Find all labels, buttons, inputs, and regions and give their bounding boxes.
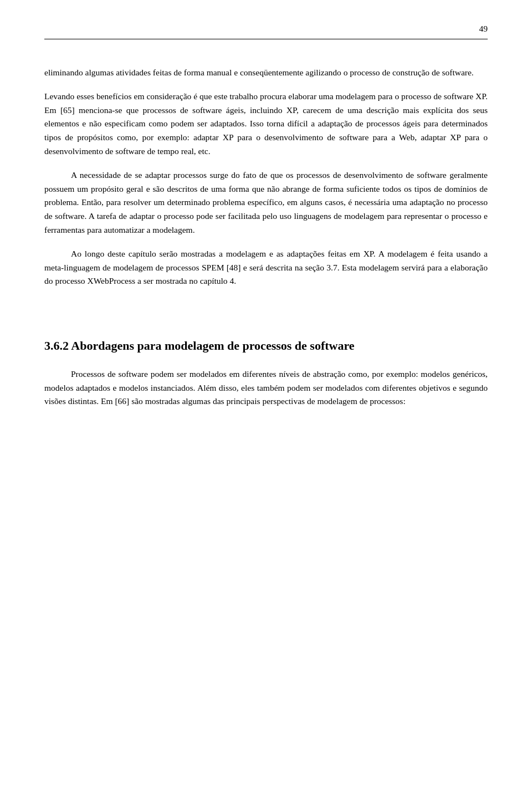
paragraph-2: Levando esses benefícios em consideração… (44, 90, 488, 159)
page: 49 eliminando algumas atividades feitas … (0, 0, 532, 802)
section-heading-362: 3.6.2 Abordagens para modelagem de proce… (44, 338, 488, 354)
paragraph-1: eliminando algumas atividades feitas de … (44, 66, 488, 80)
paragraph-3: A necessidade de se adaptar processos su… (44, 168, 488, 237)
page-header: 49 (44, 22, 488, 39)
paragraph-5: Processos de software podem ser modelado… (44, 367, 488, 408)
section-number: 3.6.2 (44, 339, 71, 353)
page-number: 49 (479, 22, 488, 35)
section-spacer (44, 298, 488, 311)
section-title-text: Abordagens para modelagem de processos d… (71, 339, 354, 353)
paragraph-4: Ao longo deste capítulo serão mostradas … (44, 247, 488, 288)
content-area: eliminando algumas atividades feitas de … (44, 66, 488, 408)
